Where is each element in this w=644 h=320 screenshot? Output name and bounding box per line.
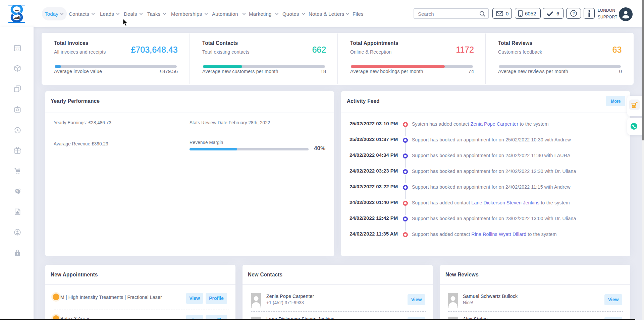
svg-text:?: ?: [573, 11, 575, 16]
svg-text:12: 12: [16, 48, 19, 51]
